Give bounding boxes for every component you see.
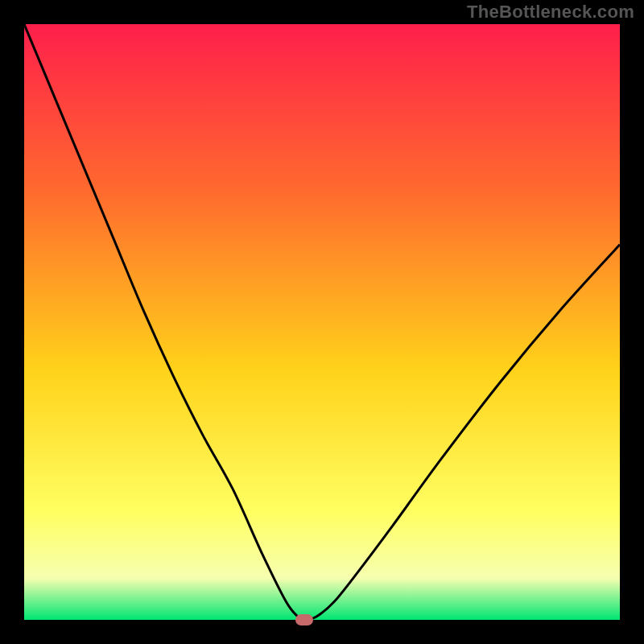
chart-stage: TheBottleneck.com xyxy=(0,0,644,644)
chart-background-gradient xyxy=(24,24,620,620)
chart-svg xyxy=(24,24,620,620)
chart-plot-area xyxy=(24,24,620,620)
watermark-text: TheBottleneck.com xyxy=(467,2,634,23)
optimum-marker xyxy=(295,614,313,625)
